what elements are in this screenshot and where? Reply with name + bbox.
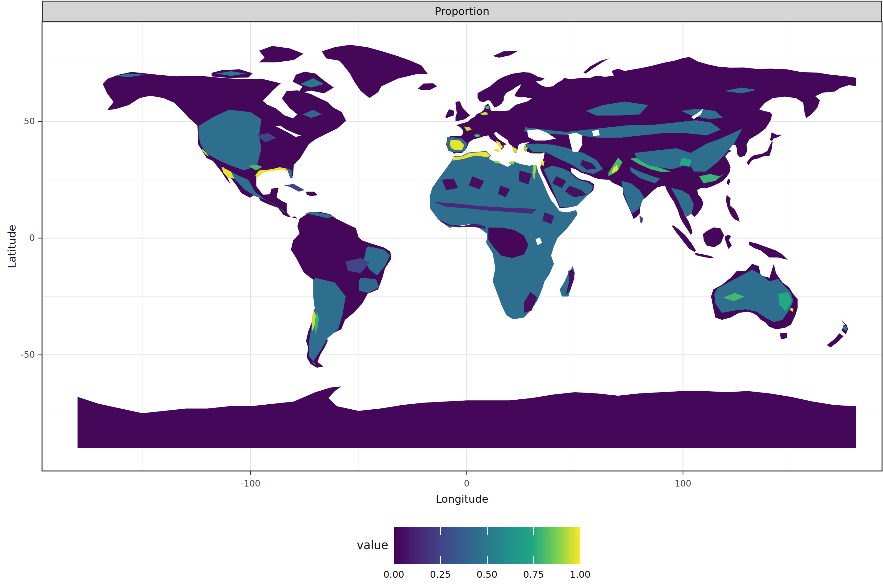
facet-strip: Proportion <box>42 1 882 22</box>
legend-tick-mark <box>487 556 487 564</box>
y-tick-label: 50 <box>0 116 35 126</box>
y-tick-label: -50 <box>0 350 35 360</box>
legend-tick-mark <box>440 527 441 535</box>
region-tasmania <box>780 333 787 339</box>
figure: Proportion Latitude Longitude -100010050… <box>0 0 883 588</box>
strip-label: Proportion <box>435 5 489 17</box>
legend-title: value <box>318 538 388 553</box>
y-axis-title: Latitude <box>6 200 18 293</box>
y-tick-label: 0 <box>0 233 35 243</box>
legend-label: 0.25 <box>416 569 465 580</box>
legend-label: 0.50 <box>462 569 512 580</box>
x-tick-label: -100 <box>226 478 275 489</box>
legend-label: 0.00 <box>369 569 419 580</box>
x-axis-title: Longitude <box>42 493 882 505</box>
legend-colorbar <box>394 527 580 564</box>
legend-tick-mark <box>533 556 534 564</box>
legend-label: 0.75 <box>509 569 559 580</box>
x-tick-label: 100 <box>658 478 708 489</box>
legend-tick-mark <box>533 527 534 535</box>
legend-label: 1.00 <box>555 569 605 580</box>
x-tick-label: 0 <box>442 478 492 489</box>
legend-tick-mark <box>440 556 441 564</box>
legend-tick-mark <box>487 527 487 535</box>
